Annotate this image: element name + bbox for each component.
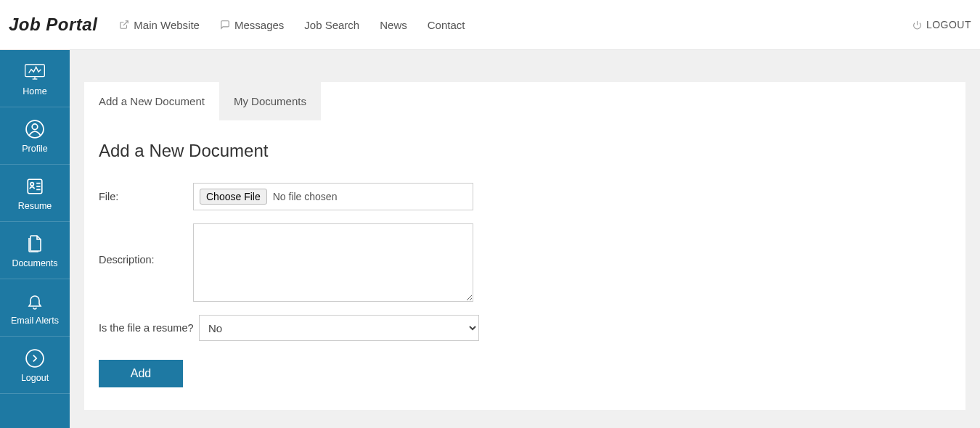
nav-label: Main Website — [134, 19, 200, 31]
sidebar-item-label: Documents — [3, 258, 67, 268]
sidebar-item-home[interactable]: Home — [0, 50, 70, 107]
file-label: File: — [99, 191, 193, 202]
svg-rect-2 — [25, 65, 45, 77]
sidebar-item-resume[interactable]: Resume — [0, 165, 70, 222]
nav-label: Contact — [428, 19, 465, 31]
logout-link-top[interactable]: LOGOUT — [912, 19, 971, 30]
profile-icon — [3, 119, 67, 139]
logout-icon — [3, 348, 67, 369]
documents-icon — [3, 234, 67, 254]
sidebar-item-label: Resume — [3, 201, 67, 211]
sidebar-item-documents[interactable]: Documents — [0, 222, 70, 279]
sidebar: Home Profile Resume Documents Email Aler… — [0, 50, 70, 428]
logout-label: LOGOUT — [926, 19, 971, 30]
nav-contact[interactable]: Contact — [428, 19, 465, 31]
add-button[interactable]: Add — [99, 360, 183, 387]
sidebar-item-label: Profile — [3, 144, 67, 154]
bell-icon — [3, 291, 67, 311]
choose-file-button[interactable]: Choose File — [200, 189, 267, 205]
nav-label: News — [380, 19, 407, 31]
description-label: Description: — [99, 223, 193, 266]
resume-icon — [3, 176, 67, 197]
nav-label: Job Search — [304, 19, 359, 31]
sidebar-item-label: Logout — [3, 373, 67, 383]
sidebar-item-logout[interactable]: Logout — [0, 337, 70, 394]
sidebar-item-label: Email Alerts — [3, 316, 67, 326]
nav-job-search[interactable]: Job Search — [304, 19, 359, 31]
sidebar-item-profile[interactable]: Profile — [0, 107, 70, 165]
content-area: Add a New Document My Documents Add a Ne… — [70, 50, 980, 428]
resume-label: Is the file a resume? — [99, 322, 193, 334]
svg-point-6 — [32, 124, 38, 130]
chat-icon — [220, 20, 230, 30]
nav-main-website[interactable]: Main Website — [119, 19, 200, 31]
svg-line-0 — [123, 21, 128, 25]
nav-news[interactable]: News — [380, 19, 407, 31]
tabs: Add a New Document My Documents — [84, 82, 965, 120]
file-input[interactable]: Choose File No file chosen — [193, 183, 473, 210]
power-icon — [912, 20, 922, 30]
home-icon — [3, 62, 67, 82]
page-title: Add a New Document — [99, 141, 951, 161]
file-status-text: No file chosen — [273, 191, 338, 202]
card: Add a New Document My Documents Add a Ne… — [84, 82, 965, 410]
top-nav: Main Website Messages Job Search News Co… — [119, 19, 465, 31]
resume-select[interactable]: No Yes — [199, 315, 479, 341]
nav-label: Messages — [234, 19, 284, 31]
logo[interactable]: Job Portal — [9, 15, 97, 35]
svg-point-12 — [26, 350, 44, 367]
nav-messages[interactable]: Messages — [220, 19, 284, 31]
description-textarea[interactable] — [193, 223, 473, 302]
external-link-icon — [119, 20, 129, 30]
sidebar-item-label: Home — [3, 86, 67, 96]
sidebar-item-email-alerts[interactable]: Email Alerts — [0, 279, 70, 337]
svg-point-8 — [30, 183, 33, 186]
tab-add-document[interactable]: Add a New Document — [84, 82, 219, 120]
tab-my-documents[interactable]: My Documents — [219, 82, 321, 120]
